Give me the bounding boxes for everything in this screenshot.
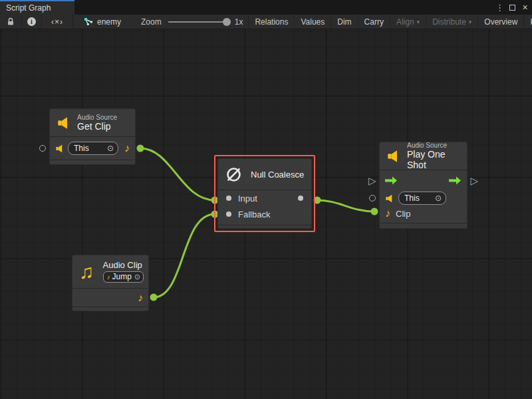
zoom-slider[interactable]	[168, 21, 229, 23]
audio-source-icon	[386, 150, 401, 163]
fallback-port[interactable]	[226, 211, 231, 217]
target-input-port[interactable]	[369, 195, 376, 201]
audio-source-icon	[55, 144, 65, 153]
target-input-port[interactable]	[39, 145, 46, 152]
graph-canvas[interactable]: Audio Source Get Clip This ⊙ ♪	[0, 29, 532, 399]
object-picker-icon[interactable]: ⊙	[435, 194, 442, 202]
node-play-one-shot[interactable]: Audio Source Play One Shot ▷ ▷	[379, 142, 467, 229]
graph-name: enemy	[97, 17, 121, 27]
values-toggle[interactable]: Values	[295, 15, 331, 29]
wire-getclip-to-input[interactable]	[140, 148, 215, 200]
target-field[interactable]: This ⊙	[68, 142, 118, 155]
music-notes-icon: ♫	[79, 262, 94, 282]
dim-toggle[interactable]: Dim	[331, 15, 358, 29]
output-port[interactable]	[298, 196, 303, 201]
distribute-dropdown[interactable]: Distribute ▾	[426, 15, 478, 29]
zoom-label: Zoom	[141, 17, 162, 27]
zoom-slider-handle[interactable]	[223, 18, 231, 26]
node-get-clip[interactable]: Audio Source Get Clip This ⊙ ♪	[49, 108, 136, 165]
music-note-icon[interactable]: ♪	[138, 293, 143, 303]
object-picker-icon[interactable]: ⊙	[107, 144, 114, 152]
node-title: Play One Shot	[407, 149, 460, 170]
flow-out-arrow-icon[interactable]	[449, 176, 462, 186]
zoom-value: 1x	[235, 17, 243, 27]
audio-source-icon	[385, 194, 394, 203]
node-subtitle: Audio Source	[77, 114, 117, 122]
info-icon: i	[27, 17, 36, 26]
object-picker-icon[interactable]: ⊙	[134, 273, 140, 281]
code-preview-button[interactable]: ‹×›	[42, 15, 73, 29]
align-dropdown[interactable]: Align ▾	[390, 15, 426, 29]
lock-button[interactable]	[0, 15, 22, 29]
graph-breadcrumb[interactable]: enemy Zoom 1x	[73, 15, 248, 29]
flow-output-port[interactable]: ▷	[470, 176, 478, 186]
full-screen-button[interactable]: Full Screen	[524, 15, 532, 29]
wire-output-to-clip[interactable]	[317, 200, 374, 211]
node-title: Null Coalesce	[251, 170, 304, 180]
close-icon[interactable]: ×	[519, 1, 531, 14]
node-null-coalesce[interactable]: Null Coalesce Input Fallback	[217, 158, 312, 229]
tab-bar: Script Graph ⋮ ×	[0, 0, 532, 15]
node-subtitle: Audio Source	[407, 142, 460, 150]
chevron-down-icon: ▾	[469, 19, 472, 25]
node-title: Get Clip	[77, 121, 117, 132]
audio-source-icon	[57, 116, 71, 130]
null-coalesce-icon	[225, 166, 243, 184]
maximize-icon[interactable]	[507, 1, 518, 14]
script-graph-window: Script Graph ⋮ × i ‹×›	[0, 0, 532, 399]
window-controls: ⋮ ×	[494, 0, 531, 15]
node-title: Audio Clip	[103, 261, 142, 271]
window-menu-icon[interactable]: ⋮	[494, 1, 505, 14]
flow-in-arrow-icon[interactable]	[385, 176, 398, 186]
overview-button[interactable]: Overview	[478, 15, 524, 29]
input-port[interactable]	[226, 196, 231, 201]
music-note-icon: ♪	[107, 274, 110, 281]
code-icon: ‹×›	[51, 17, 63, 27]
tab-title: Script Graph	[6, 3, 51, 13]
music-note-icon[interactable]: ♪	[385, 208, 390, 219]
graph-toolbar: i ‹×› enemy Zoom 1x Relations Values Dim…	[0, 15, 532, 29]
inspect-button[interactable]: i	[22, 15, 42, 29]
target-field[interactable]: This ⊙	[398, 192, 446, 205]
graph-icon	[84, 17, 93, 26]
carry-toggle[interactable]: Carry	[358, 15, 390, 29]
wire-audioclip-to-fallback[interactable]	[154, 214, 215, 297]
chevron-down-icon: ▾	[417, 19, 420, 25]
tab-script-graph[interactable]: Script Graph	[0, 0, 74, 15]
toolbar-toggles: Relations Values Dim Carry Align ▾ Distr…	[248, 15, 532, 29]
variable-field[interactable]: ♪ Jump ⊙	[103, 271, 144, 283]
music-note-icon[interactable]: ♪	[124, 143, 130, 154]
flow-input-port[interactable]: ▷	[368, 176, 376, 186]
lock-icon	[7, 17, 15, 26]
node-audio-clip-variable[interactable]: ♫ Audio Clip ♪ Jump ⊙ ♪	[72, 255, 149, 311]
relations-toggle[interactable]: Relations	[249, 15, 295, 29]
